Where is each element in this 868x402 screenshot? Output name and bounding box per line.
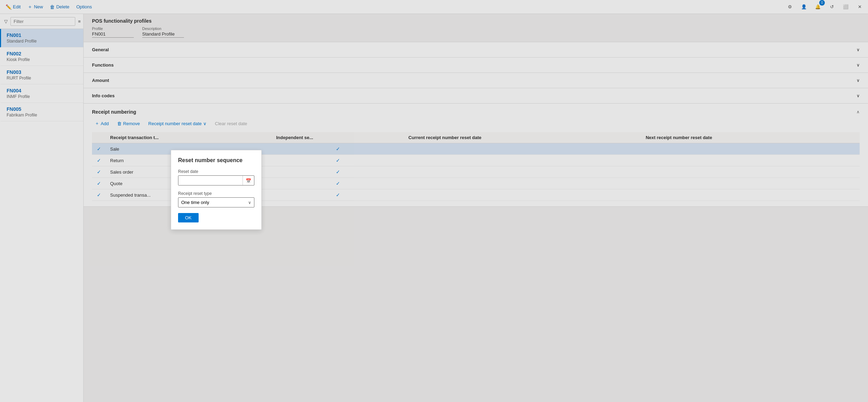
modal-actions: OK	[178, 213, 254, 222]
receipt-reset-type-label: Receipt reset type	[178, 191, 254, 196]
reset-date-label: Reset date	[178, 169, 254, 174]
calendar-icon-btn[interactable]: 📅	[243, 176, 254, 185]
reset-type-select[interactable]: One time onlyDailyWeeklyMonthly	[181, 198, 248, 207]
calendar-icon: 📅	[246, 178, 251, 183]
reset-number-sequence-modal: Reset number sequence Reset date 📅 Recei…	[171, 150, 262, 230]
modal-title: Reset number sequence	[178, 157, 254, 164]
receipt-reset-type-group: Receipt reset type One time onlyDailyWee…	[178, 191, 254, 207]
date-input[interactable]	[178, 176, 243, 185]
date-input-wrapper: 📅	[178, 175, 254, 185]
reset-date-group: Reset date 📅	[178, 169, 254, 185]
modal-overlay: Reset number sequence Reset date 📅 Recei…	[0, 0, 868, 402]
select-arrow-icon: ∨	[248, 200, 251, 205]
ok-button[interactable]: OK	[178, 213, 199, 222]
select-wrapper: One time onlyDailyWeeklyMonthly ∨	[178, 197, 254, 207]
